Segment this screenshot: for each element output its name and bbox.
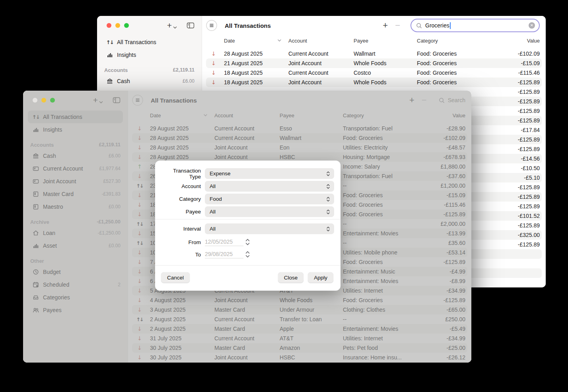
chevron-down-icon xyxy=(173,26,177,29)
transaction-direction-icon: ↓ xyxy=(208,60,219,66)
to-date-field[interactable]: 29/08/2025 xyxy=(205,251,243,258)
sidebar-item-insights[interactable]: Insights xyxy=(102,49,197,61)
sidebar-item-value: £6.00 xyxy=(183,78,195,84)
cell-value: -£125.89 xyxy=(518,146,540,152)
cell-account: Joint Account xyxy=(288,60,321,66)
zoom-window-button[interactable] xyxy=(50,98,55,103)
divider xyxy=(155,219,340,219)
payee-value: All xyxy=(210,209,216,215)
payee-label: Payee xyxy=(161,209,201,215)
cell-date: 28 August 2025 xyxy=(224,50,263,57)
bank-icon xyxy=(107,78,113,84)
transaction-type-label: Transaction Type xyxy=(161,168,201,180)
interval-label: Interval xyxy=(161,226,201,232)
view-menu-button[interactable] xyxy=(206,20,217,31)
cell-value: -£125.89 xyxy=(518,117,540,124)
close-window-button[interactable] xyxy=(107,23,111,28)
cell-value: -£125.89 xyxy=(518,89,540,95)
sidebar-item-label: Cash xyxy=(117,78,130,84)
select-chevrons-icon xyxy=(326,196,330,202)
payee-select[interactable]: All xyxy=(205,206,334,217)
table-row[interactable]: ↓28 August 2025Current AccountWallmartFo… xyxy=(202,49,546,58)
clear-search-icon[interactable]: ✕ xyxy=(529,22,535,29)
cell-value: -£125.89 xyxy=(518,108,540,114)
add-transaction-button[interactable]: + xyxy=(383,21,388,29)
cell-value: -£125.89 xyxy=(518,136,540,143)
select-chevrons-icon xyxy=(326,209,330,215)
from-date-field[interactable]: 12/05/2025 xyxy=(205,239,243,246)
cancel-button[interactable]: Cancel xyxy=(161,272,190,283)
cell-category: Food: Groceries xyxy=(417,50,457,57)
column-header-account[interactable]: Account xyxy=(288,38,307,44)
sort-arrows-icon: ↑↓ xyxy=(107,39,113,45)
text-caret xyxy=(450,22,451,29)
cell-account: Current Account xyxy=(288,50,328,57)
cell-value: -£14.56 xyxy=(521,155,540,162)
sidebar-item-cash[interactable]: Cash£6.00 xyxy=(102,75,197,87)
minimize-window-button[interactable] xyxy=(41,98,46,103)
plus-icon: + xyxy=(167,22,172,29)
zoom-window-button[interactable] xyxy=(124,23,129,28)
cell-payee: Whole Foods xyxy=(354,60,386,66)
back-sidebar-nav: ↑↓All TransactionsInsightsAccounts£2,119… xyxy=(97,35,202,87)
sort-chevron-icon xyxy=(278,39,281,42)
sidebar-item-all-transactions[interactable]: ↑↓All Transactions xyxy=(102,36,197,49)
cell-category: Food: Groceries xyxy=(417,60,457,66)
cell-value: -£125.89 xyxy=(518,203,540,210)
column-header-value[interactable]: Value xyxy=(483,38,540,44)
close-button[interactable]: Close xyxy=(278,272,304,283)
cell-value: -£125.89 xyxy=(518,222,540,229)
cell-category: Food: Groceries xyxy=(417,79,457,85)
column-header-payee[interactable]: Payee xyxy=(354,38,368,44)
page-title: All Transactions xyxy=(225,22,271,29)
category-select[interactable]: Food xyxy=(205,194,334,204)
transaction-direction-icon: ↓ xyxy=(208,70,219,76)
account-select[interactable]: All xyxy=(205,181,334,192)
to-date-stepper[interactable] xyxy=(245,250,250,258)
account-label: Account xyxy=(161,183,201,189)
cell-category: Food: Groceries xyxy=(417,70,457,76)
table-header: DateAccountPayeeCategoryValue xyxy=(202,35,546,46)
cell-value: -£125.89 xyxy=(518,79,540,85)
cell-value: -£125.89 xyxy=(518,194,540,200)
cell-date: 18 August 2025 xyxy=(224,70,263,76)
traffic-lights xyxy=(33,98,55,103)
cell-value: -£15.09 xyxy=(521,60,540,66)
cell-payee: Costco xyxy=(354,70,371,76)
apply-button[interactable]: Apply xyxy=(308,272,333,283)
cell-value: -£125.89 xyxy=(518,184,540,190)
table-row[interactable]: ↓18 August 2025Current AccountCostcoFood… xyxy=(202,68,546,78)
from-label: From xyxy=(161,239,201,245)
cell-account: Joint Account xyxy=(288,79,321,85)
cell-payee: Whole Foods xyxy=(354,79,386,85)
table-row[interactable]: ↓18 August 2025Joint AccountWhole FoodsF… xyxy=(202,78,546,87)
toggle-sidebar-button[interactable] xyxy=(187,22,195,29)
account-value: All xyxy=(210,183,216,189)
category-value: Food xyxy=(210,196,222,202)
cell-value: -£101.52 xyxy=(518,213,540,219)
interval-select[interactable]: All xyxy=(205,223,334,234)
bar-chart-icon xyxy=(107,52,113,58)
section-label: Accounts xyxy=(104,67,128,73)
transaction-direction-icon: ↓ xyxy=(208,50,219,57)
from-date-stepper[interactable] xyxy=(245,238,250,246)
transaction-type-value: Expense xyxy=(210,171,231,177)
column-header-category[interactable]: Category xyxy=(417,38,438,44)
sidebar-item-label: Insights xyxy=(117,52,136,58)
transaction-direction-icon: ↓ xyxy=(208,79,219,85)
column-header-date[interactable]: Date xyxy=(224,38,235,44)
cell-value: -£115.46 xyxy=(518,70,540,76)
table-row[interactable]: ↓21 August 2025Joint AccountWhole FoodsF… xyxy=(202,58,546,68)
remove-transaction-button[interactable]: − xyxy=(395,21,400,29)
search-value: Groceries xyxy=(425,22,449,29)
add-account-button[interactable]: + xyxy=(167,22,177,29)
cell-value: -£17.84 xyxy=(521,127,540,133)
close-window-button[interactable] xyxy=(33,98,37,103)
traffic-lights xyxy=(107,23,129,28)
search-input[interactable]: Groceries ✕ xyxy=(410,19,540,32)
minimize-window-button[interactable] xyxy=(115,23,120,28)
transaction-type-select[interactable]: Expense xyxy=(205,168,334,179)
cell-value: -£10.50 xyxy=(521,165,540,171)
filter-dialog: Transaction Type Expense Account All Cat… xyxy=(155,161,340,291)
sidebar-section-accounts: Accounts£2,119.11 xyxy=(102,66,197,74)
